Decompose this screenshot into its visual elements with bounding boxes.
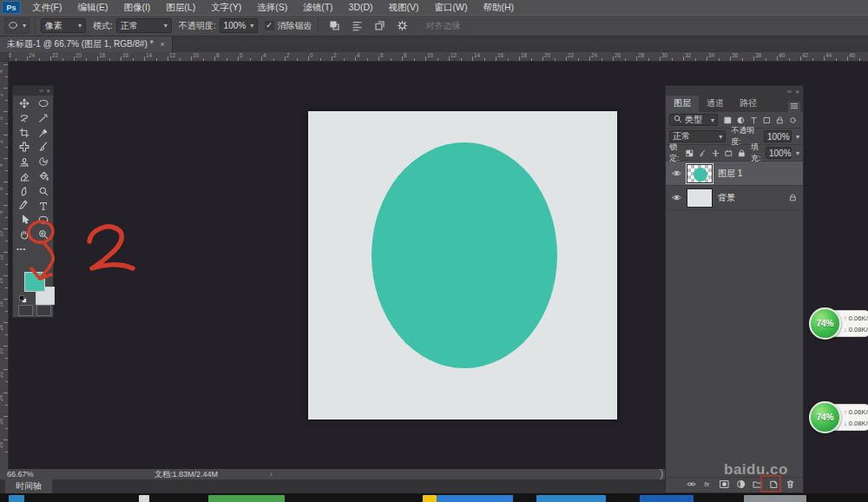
- menu-item-6[interactable]: 滤镜(T): [295, 0, 340, 15]
- menu-item-3[interactable]: 图层(L): [158, 0, 203, 15]
- layer-row-1[interactable]: 背景: [666, 186, 803, 210]
- taskbar-app-3[interactable]: [208, 495, 285, 502]
- lock-all-icon[interactable]: [735, 147, 748, 159]
- taskbar-app-2[interactable]: [139, 495, 149, 502]
- chevron-down-icon: ▾: [796, 149, 799, 157]
- menu-item-1[interactable]: 编辑(E): [69, 0, 115, 15]
- photoshop-window: Ps 文件(F)编辑(E)图像(I)图层(L)文字(Y)选择(S)滤镜(T)3D…: [0, 0, 868, 502]
- opacity-select[interactable]: 100%▾: [220, 18, 258, 33]
- layers-opacity-select[interactable]: 100%: [764, 130, 792, 142]
- collapse-panel-icon[interactable]: ››: [39, 88, 43, 94]
- eraser-tool[interactable]: [15, 169, 34, 183]
- dodge-tool[interactable]: [34, 184, 53, 198]
- layer-visibility-icon[interactable]: [669, 192, 683, 203]
- smudge-tool[interactable]: [15, 184, 34, 198]
- menu-item-0[interactable]: 文件(F): [24, 0, 69, 15]
- move-tool[interactable]: [15, 96, 34, 110]
- shape-combine-icon[interactable]: [326, 18, 344, 34]
- layers-panel-tab-0[interactable]: 图层: [666, 96, 699, 112]
- eyedropper-tool[interactable]: [34, 126, 53, 140]
- fill-select[interactable]: 100%: [766, 147, 792, 159]
- quick-mask-button[interactable]: [18, 305, 33, 316]
- path-selection-tool[interactable]: [15, 213, 34, 227]
- taskbar-app-8[interactable]: [744, 495, 806, 502]
- gear-icon[interactable]: [394, 18, 411, 34]
- lock-label: 锁定:: [669, 142, 682, 164]
- layer-filter-select[interactable]: 类型 ▾: [669, 114, 718, 126]
- menu-item-9[interactable]: 窗口(W): [427, 0, 476, 15]
- menu-item-7[interactable]: 3D(D): [341, 0, 381, 15]
- panel-menu-icon[interactable]: [788, 102, 800, 112]
- layer-thumbnail[interactable]: [687, 164, 713, 183]
- crop-tool[interactable]: [15, 126, 34, 140]
- menu-item-2[interactable]: 图像(I): [115, 0, 158, 15]
- memory-percent-ball[interactable]: 74%: [809, 401, 841, 433]
- healing-brush-tool[interactable]: [15, 140, 34, 154]
- menu-item-4[interactable]: 文字(Y): [203, 0, 249, 15]
- menu-item-5[interactable]: 选择(S): [249, 0, 295, 15]
- path-align-icon[interactable]: [349, 18, 366, 34]
- adjustment-filter-icon[interactable]: [734, 114, 747, 126]
- taskbar-app-4[interactable]: [423, 495, 437, 502]
- taskbar-app-1[interactable]: [9, 495, 24, 502]
- zoom-tool[interactable]: [34, 228, 53, 241]
- smart-filter-icon[interactable]: [773, 114, 786, 126]
- menu-item-8[interactable]: 视图(V): [381, 0, 427, 15]
- antialias-checkbox[interactable]: ✓: [265, 21, 274, 30]
- zoom-level[interactable]: 66.67%: [7, 470, 59, 479]
- more-tools-button[interactable]: •••: [16, 245, 26, 253]
- taskbar-app-7[interactable]: [640, 495, 694, 502]
- lock-move-icon[interactable]: [709, 147, 722, 159]
- document-canvas[interactable]: [308, 111, 617, 419]
- foreground-color-swatch[interactable]: [24, 272, 45, 292]
- ruler-label: 24: [591, 52, 597, 58]
- lock-pixels-icon[interactable]: [683, 147, 696, 159]
- draw-mode-select[interactable]: 像素▾: [41, 18, 86, 33]
- hand-tool[interactable]: [15, 228, 34, 241]
- menu-bar: Ps 文件(F)编辑(E)图像(I)图层(L)文字(Y)选择(S)滤镜(T)3D…: [0, 0, 868, 15]
- clone-stamp-tool[interactable]: [15, 155, 34, 168]
- brush-tool[interactable]: [34, 140, 53, 154]
- status-expand-icon[interactable]: ›: [270, 470, 273, 479]
- close-tab-icon[interactable]: ×: [161, 40, 165, 49]
- antialias-label: 消除锯齿: [278, 20, 312, 32]
- history-brush-tool[interactable]: [34, 155, 53, 168]
- type-tool[interactable]: [34, 199, 53, 213]
- filter-toggle-icon[interactable]: [786, 114, 799, 126]
- layer-row-0[interactable]: 图层 1: [666, 162, 803, 186]
- taskbar-app-6[interactable]: [536, 495, 606, 502]
- layers-blend-mode-select[interactable]: 正常▾: [669, 130, 726, 142]
- screen-mode-button[interactable]: [36, 305, 51, 316]
- close-panel-icon[interactable]: ✕: [795, 89, 799, 95]
- speed-badge-2[interactable]: ↑ 0.06K/s ↓ 0.08K/s 74%: [809, 401, 868, 434]
- document-tab[interactable]: 未标题-1 @ 66.7% (图层 1, RGB/8#) * ×: [0, 36, 173, 52]
- memory-percent-ball[interactable]: 74%: [809, 307, 841, 340]
- ruler-label: 0: [310, 52, 313, 58]
- marquee-tool[interactable]: [34, 96, 53, 110]
- timeline-tab[interactable]: 时间轴: [5, 479, 52, 493]
- speed-badge-1[interactable]: ↑ 0.06K/s ↓ 0.08K/s 74%: [809, 307, 868, 340]
- layers-panel-tab-2[interactable]: 路径: [732, 96, 765, 112]
- magic-wand-tool[interactable]: [34, 111, 53, 125]
- lock-paint-icon[interactable]: [696, 147, 709, 159]
- blend-mode-select[interactable]: 正常▾: [116, 18, 172, 33]
- type-filter-icon[interactable]: [747, 114, 760, 126]
- layers-panel-tab-1[interactable]: 通道: [699, 96, 732, 112]
- shape-filter-icon[interactable]: [760, 114, 773, 126]
- paint-bucket-tool[interactable]: [34, 169, 53, 183]
- pixel-filter-icon[interactable]: [721, 114, 734, 126]
- taskbar-app-5[interactable]: [437, 495, 513, 502]
- lasso-tool[interactable]: [15, 111, 34, 125]
- close-panel-icon[interactable]: ✕: [46, 88, 50, 94]
- ruler-label: 26: [9, 52, 11, 58]
- path-arrange-icon[interactable]: [372, 18, 389, 34]
- menu-item-10[interactable]: 帮助(H): [476, 0, 523, 15]
- layer-visibility-icon[interactable]: [669, 168, 683, 179]
- tool-preset-picker[interactable]: ▾: [4, 17, 30, 34]
- lock-artboard-icon[interactable]: [722, 147, 735, 159]
- layer-thumbnail[interactable]: [687, 188, 713, 208]
- default-colors-icon[interactable]: [19, 295, 27, 303]
- ellipse-shape-tool[interactable]: [34, 213, 53, 227]
- pen-tool[interactable]: [15, 199, 34, 213]
- collapse-panel-icon[interactable]: ››: [787, 88, 792, 96]
